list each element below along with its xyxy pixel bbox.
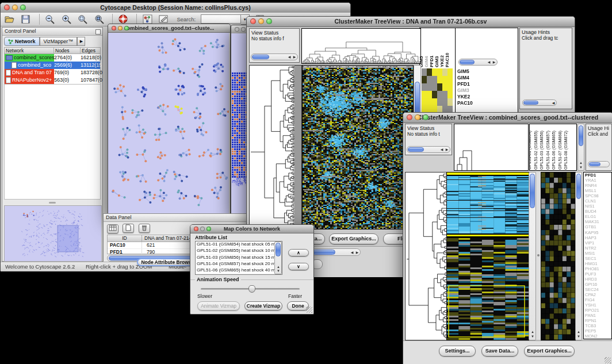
tv2-column-dendrogram[interactable] [454, 124, 529, 171]
birds-eye-view[interactable] [4, 205, 102, 262]
select-attributes-icon[interactable] [107, 224, 118, 233]
gene-label[interactable]: SEC1 [585, 256, 611, 261]
network-row[interactable]: DNA and Tran 07769(0)183728(0) [5, 69, 100, 76]
gene-label[interactable]: RPN1 [585, 318, 611, 323]
gene-label[interactable]: PFD1 [585, 173, 611, 178]
zoom-button[interactable] [20, 5, 26, 10]
attribute-list-item[interactable]: GPL51-01 (GSM854) heat shock 05 min [196, 242, 282, 248]
tv2-zoom-heatmap[interactable] [541, 172, 576, 340]
tv2-gene-list[interactable]: PFD1YRA1RNR4MSL1SPC98CLN1NIS1BUD4ELG1MAK… [583, 172, 612, 339]
network-view-window[interactable]: combined_scores_good.txt--cluste... [108, 24, 231, 217]
move-down-button[interactable]: ∨ [288, 263, 309, 270]
mini-heatmap[interactable] [422, 68, 453, 113]
gene-label[interactable]: MAK31 [585, 219, 611, 224]
gene-label[interactable]: CLN1 [585, 198, 611, 204]
attribute-list-item[interactable]: GPL51-07 (GSM868) heat shock 60 min [196, 274, 282, 275]
scrollbar-thumb[interactable] [276, 243, 281, 256]
zoom-button[interactable] [423, 114, 429, 120]
scroll-left-icon[interactable]: ◀ [551, 101, 556, 105]
gene-label[interactable]: RNR4 [585, 183, 611, 188]
scroll-right-icon[interactable]: ▶ [355, 251, 359, 255]
minimize-button[interactable] [118, 26, 123, 30]
gene-label[interactable]: NIS1 [585, 204, 611, 209]
zoom-out-icon[interactable] [44, 14, 56, 25]
gene-label[interactable]: HRD3 [585, 277, 611, 282]
scrollbar-thumb[interactable] [312, 250, 335, 255]
attribute-list-item[interactable]: GPL51-04 (GSM857) heat shock 20 min [196, 261, 282, 267]
scroll-down-icon[interactable]: ▼ [276, 269, 281, 273]
resize-grip[interactable] [605, 357, 611, 363]
scroll-right-icon[interactable]: ▶ [292, 55, 297, 59]
gene-label[interactable]: ELG1 [585, 214, 611, 219]
attribute-list-item[interactable]: GPL51-03 (GSM856) heat shock 15 min [196, 255, 282, 261]
gene-label[interactable]: SPC98 [585, 193, 611, 198]
network-row[interactable]: RNAPuberNov2+563(0)107847(0) [5, 76, 100, 84]
gene-label[interactable]: NTR2 [585, 246, 611, 251]
gene-label[interactable]: PAC10 [457, 100, 473, 106]
tv2-genelist-vscrollbar[interactable]: ▲ ▼ [575, 172, 582, 340]
scrollbar-thumb[interactable] [460, 60, 475, 64]
network-row[interactable]: combined_sco2569(6)13112(15) [5, 62, 100, 69]
gene-label[interactable]: GIM3 [457, 87, 473, 94]
minimize-button[interactable] [12, 5, 18, 10]
gene-label[interactable]: YSH1 [585, 302, 611, 308]
gene-label[interactable]: RPO21 [585, 308, 611, 313]
gene-label[interactable]: CPA2 [585, 292, 611, 297]
scroll-down-icon[interactable]: ▼ [576, 335, 581, 339]
tv1-column-dendrogram[interactable] [301, 28, 421, 64]
tv2-heatmap-vscrollbar[interactable]: ▲ ▼ [529, 172, 536, 340]
tab-network[interactable]: Network [4, 37, 40, 46]
node-attribute-browser-tab[interactable]: Node Attribute Brows [137, 258, 196, 266]
scroll-left-icon[interactable]: ◀ [487, 60, 491, 64]
gene-label[interactable]: GTB1 [585, 224, 611, 229]
scrollbar-thumb[interactable] [589, 162, 600, 166]
close-button[interactable] [4, 5, 10, 10]
gene-label[interactable]: KAP95 [585, 230, 611, 235]
tv1-heatmap[interactable] [302, 65, 414, 229]
tv2-export-graphics-button[interactable]: Export Graphics... [524, 346, 575, 357]
tv2-heatmap[interactable] [446, 172, 529, 340]
gene-label[interactable]: PUF3 [585, 271, 611, 277]
treeview2-window[interactable]: ClusterMaker TreeView : combined_scores_… [403, 112, 612, 364]
gene-label[interactable]: SEC24 [585, 287, 611, 292]
save-session-icon[interactable] [20, 14, 32, 25]
gene-label[interactable]: HAP3 [585, 235, 611, 240]
network-view-canvas[interactable] [108, 33, 229, 216]
gene-label[interactable]: YRA1 [585, 178, 611, 183]
gene-label[interactable]: BUD4 [585, 209, 611, 214]
tv2-settings-button[interactable]: Settings... [439, 346, 476, 357]
minimize-button[interactable] [200, 227, 205, 231]
gene-label[interactable]: GIM5 [457, 68, 473, 75]
float-panel-icon[interactable] [95, 29, 101, 35]
gene-label[interactable]: YKE2 [457, 94, 473, 100]
zoom-button[interactable] [206, 227, 211, 231]
attribute-list-vscrollbar[interactable]: ▲ ▼ [274, 242, 282, 274]
search-input[interactable] [201, 14, 241, 24]
scrollbar-thumb[interactable] [579, 125, 583, 146]
tv1-row-dendrogram[interactable] [249, 65, 302, 229]
split-divider[interactable] [536, 172, 541, 339]
resize-grip[interactable] [306, 306, 312, 313]
tab-more-icon[interactable]: ▶ [77, 37, 85, 46]
network-row[interactable]: combined_scores2764(0)16218(0) [5, 54, 100, 62]
minimize-button[interactable] [415, 114, 420, 120]
scroll-up-icon[interactable]: ▲ [576, 330, 581, 334]
gene-label[interactable]: PEP5 [585, 328, 611, 334]
gene-label[interactable]: PFD1 [457, 81, 473, 87]
map-colors-dialog[interactable]: Map Colors to Network Attribute List GPL… [190, 224, 314, 315]
gene-label[interactable]: GIM4 [457, 75, 473, 81]
attribute-list[interactable]: GPL51-01 (GSM854) heat shock 05 minGPL51… [195, 241, 282, 275]
scroll-up-icon[interactable]: ▲ [579, 161, 583, 165]
id-column-header[interactable]: ID [108, 235, 142, 242]
scrollbar-thumb[interactable] [530, 174, 535, 208]
zoom-button[interactable] [266, 18, 272, 24]
gene-label[interactable]: VIP1 [585, 240, 611, 246]
slider-thumb[interactable] [248, 285, 255, 293]
gene-label[interactable]: MSL1 [585, 188, 611, 193]
attribute-list-item[interactable]: GPL51-06 (GSM865) heat shock 40 min [196, 267, 282, 274]
minimize-button[interactable] [258, 18, 264, 24]
animation-speed-slider[interactable] [201, 288, 300, 290]
dense-network-grid[interactable] [232, 71, 247, 186]
new-attribute-icon[interactable] [123, 224, 134, 233]
tv2-save-data-button[interactable]: Save Data... [481, 346, 518, 357]
